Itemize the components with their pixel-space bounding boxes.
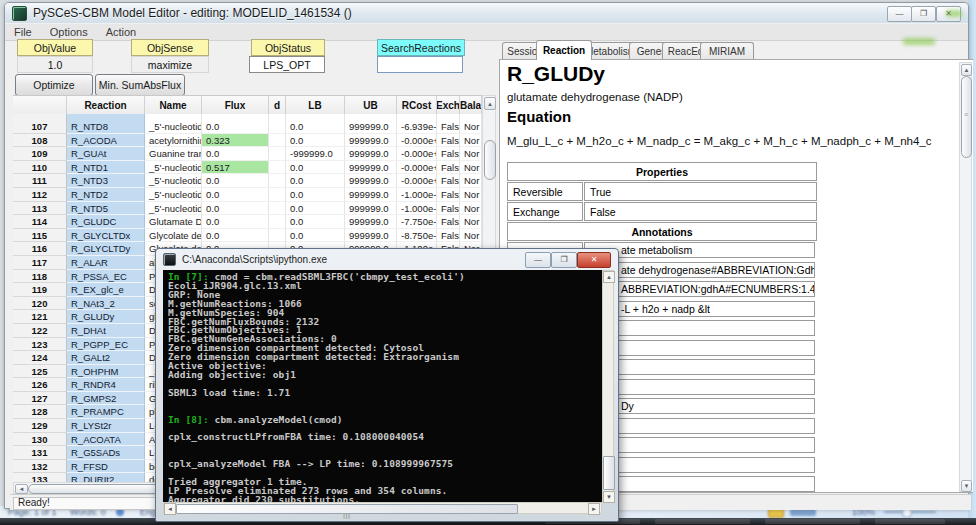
- cell-ub[interactable]: 999999.0: [345, 161, 397, 175]
- cell-reaction[interactable]: R_PSSA_EC: [67, 270, 145, 284]
- cell-bala[interactable]: Nor: [460, 202, 482, 216]
- cell-ub[interactable]: 999999.0: [345, 188, 397, 202]
- scroll-left-icon[interactable]: ◄: [164, 503, 176, 515]
- row-number[interactable]: 127: [13, 392, 67, 406]
- cell-exch[interactable]: False: [437, 134, 460, 148]
- table-row[interactable]: 110R_NTD1_5'-nucleotida0.5170.0999999.0-…: [13, 161, 482, 175]
- console-hscrollbar[interactable]: ◄ lll ►: [163, 502, 602, 514]
- row-number[interactable]: 116: [13, 242, 67, 256]
- cell-reaction[interactable]: R_PRAMPC: [67, 405, 145, 419]
- cell-bala[interactable]: Nor: [460, 120, 482, 134]
- column-header-Exch[interactable]: Exch: [437, 96, 460, 115]
- taskbar-button[interactable]: [765, 519, 860, 524]
- cell-reaction[interactable]: R_RNDR4: [67, 378, 145, 392]
- cell-ub[interactable]: 999999.0: [345, 202, 397, 216]
- cell-d[interactable]: [269, 161, 286, 175]
- cell-rcost[interactable]: -0.000e+00: [397, 147, 437, 161]
- table-vscroll-thumb[interactable]: [484, 140, 496, 180]
- row-number[interactable]: 110: [13, 161, 67, 175]
- column-header-d[interactable]: d: [269, 96, 286, 115]
- cell-lb[interactable]: 0.0: [286, 120, 345, 134]
- cell-flux[interactable]: 0.0: [202, 215, 269, 229]
- menu-action[interactable]: Action: [97, 26, 146, 38]
- cell-d[interactable]: [269, 147, 286, 161]
- scroll-right-icon[interactable]: ►: [588, 503, 600, 515]
- cell-reaction[interactable]: R_ACOATA: [67, 433, 145, 447]
- cell-lb[interactable]: 0.0: [286, 229, 345, 243]
- cell-reaction[interactable]: R_NAt3_2: [67, 297, 145, 311]
- cell-rcost[interactable]: -7.750e-03: [397, 215, 437, 229]
- row-number[interactable]: 117: [13, 256, 67, 270]
- scroll-left-icon[interactable]: ◄: [15, 484, 28, 494]
- cell-lb[interactable]: 0.0: [286, 174, 345, 188]
- cell-reaction[interactable]: R_GLYCLTDx: [67, 229, 145, 243]
- cell-reaction[interactable]: R_EX_glc_e: [67, 283, 145, 297]
- cell-lb[interactable]: -999999.0: [286, 147, 345, 161]
- cell-flux[interactable]: 0.0: [202, 147, 269, 161]
- menu-options[interactable]: Options: [41, 26, 97, 38]
- column-header-Flux[interactable]: Flux: [202, 96, 269, 115]
- panel-vscroll-thumb[interactable]: ≡: [961, 76, 972, 158]
- cell-reaction[interactable]: R_NTD3: [67, 174, 145, 188]
- column-header-Name[interactable]: Name: [145, 96, 202, 115]
- row-number[interactable]: 113: [13, 202, 67, 216]
- cell-reaction[interactable]: R_NTD2: [67, 188, 145, 202]
- cell-reaction[interactable]: R_NTD5: [67, 202, 145, 216]
- table-row[interactable]: 107R_NTD8_5'-nucleotida0.00.0999999.0-6.…: [13, 120, 482, 134]
- cell-exch[interactable]: False: [437, 161, 460, 175]
- cell-reaction[interactable]: R_G5SADs: [67, 446, 145, 460]
- cell-rcost[interactable]: -1.000e-02: [397, 202, 437, 216]
- row-number[interactable]: 132: [13, 460, 67, 474]
- cell-rcost[interactable]: -0.000e+00: [397, 134, 437, 148]
- cell-exch[interactable]: False: [437, 120, 460, 134]
- table-row[interactable]: 112R_NTD2_5'-nucleotida0.00.0999999.0-1.…: [13, 188, 482, 202]
- cell-flux[interactable]: 0.0: [202, 202, 269, 216]
- cell-flux[interactable]: 0.0: [202, 229, 269, 243]
- column-header-UB[interactable]: UB: [345, 96, 397, 115]
- cell-bala[interactable]: Nor: [460, 147, 482, 161]
- row-number[interactable]: 109: [13, 147, 67, 161]
- cell-reaction[interactable]: R_OHPHM: [67, 365, 145, 379]
- scroll-down-icon[interactable]: ▼: [603, 491, 615, 503]
- cell-name[interactable]: Glycolate dehy: [145, 229, 202, 243]
- cell-flux[interactable]: 0.0: [202, 188, 269, 202]
- cell-exch[interactable]: False: [437, 202, 460, 216]
- cell-reaction[interactable]: R_GLYCLTDy: [67, 242, 145, 256]
- cell-rcost[interactable]: -1.000e-02: [397, 188, 437, 202]
- cell-reaction[interactable]: R_ACODA: [67, 134, 145, 148]
- row-number[interactable]: 108: [13, 134, 67, 148]
- cell-exch[interactable]: False: [437, 147, 460, 161]
- cell-d[interactable]: [269, 120, 286, 134]
- cell-d[interactable]: [269, 202, 286, 216]
- table-row[interactable]: 113R_NTD5_5'-nucleotida0.00.0999999.0-1.…: [13, 202, 482, 216]
- cell-reaction[interactable]: R_PGPP_EC: [67, 338, 145, 352]
- cell-reaction[interactable]: R_GLUDC: [67, 215, 145, 229]
- minimize-button[interactable]: —: [887, 6, 912, 22]
- cell-reaction[interactable]: R_LYSt2r: [67, 419, 145, 433]
- cell-name[interactable]: _5'-nucleotida: [145, 174, 202, 188]
- cell-ub[interactable]: 999999.0: [345, 229, 397, 243]
- row-number[interactable]: 120: [13, 297, 67, 311]
- menu-file[interactable]: File: [5, 26, 41, 38]
- cell-bala[interactable]: Nor: [460, 174, 482, 188]
- scroll-up-icon[interactable]: ▲: [961, 64, 972, 76]
- row-number[interactable]: 131: [13, 446, 67, 460]
- cell-rcost[interactable]: -0.000e+00: [397, 174, 437, 188]
- console-output[interactable]: In [7]: cmod = cbm.readSBML3FBC('cbmpy_t…: [163, 270, 602, 502]
- table-row[interactable]: 108R_ACODAacetylornithine0.3230.0999999.…: [13, 134, 482, 148]
- cell-d[interactable]: [269, 134, 286, 148]
- row-number[interactable]: 123: [13, 338, 67, 352]
- panel-vscrollbar[interactable]: ▲ ≡ ▼: [959, 62, 972, 492]
- console-window[interactable]: C:\Anaconda\Scripts\ipython.exe — ❐ ✕ In…: [155, 248, 619, 522]
- cell-lb[interactable]: 0.0: [286, 215, 345, 229]
- cell-rcost[interactable]: -8.750e-03: [397, 229, 437, 243]
- row-number[interactable]: 112: [13, 188, 67, 202]
- cell-name[interactable]: Glutamate Dec: [145, 215, 202, 229]
- row-number[interactable]: 133: [13, 473, 67, 482]
- cell-bala[interactable]: Nor: [460, 161, 482, 175]
- cell-reaction[interactable]: R_DHAt: [67, 324, 145, 338]
- row-number[interactable]: 115: [13, 229, 67, 243]
- optimize-button[interactable]: Optimize: [15, 74, 93, 96]
- cell-d[interactable]: [269, 215, 286, 229]
- title-bar[interactable]: PySCeS-CBM Model Editor - editing: MODEL…: [5, 3, 968, 23]
